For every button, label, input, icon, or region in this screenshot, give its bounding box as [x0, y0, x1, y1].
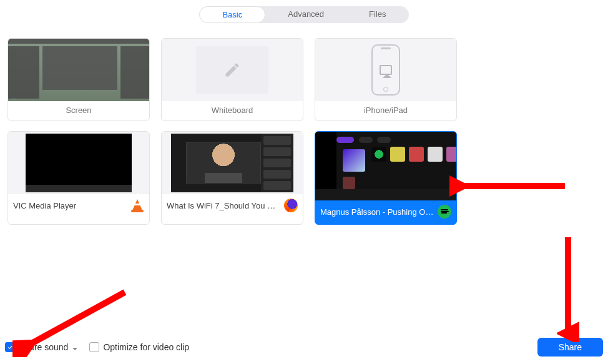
- tile-whiteboard-thumb: [162, 39, 303, 101]
- tab-group: Basic Advanced Files: [199, 6, 408, 23]
- share-sound-label: Share sound: [19, 342, 68, 352]
- check-icon: [7, 344, 14, 351]
- tile-screen[interactable]: Screen: [7, 38, 150, 121]
- tile-iphone-ipad[interactable]: iPhone/iPad: [315, 38, 457, 121]
- tile-iphone-thumb: [315, 39, 456, 101]
- optimize-video-checkbox[interactable]: [89, 342, 99, 352]
- annotation-arrow-down: [557, 236, 579, 342]
- tile-firefox[interactable]: What Is WiFi 7_Should You Care? ...: [161, 131, 303, 225]
- spotify-icon: [438, 205, 451, 219]
- pencil-icon: [223, 61, 241, 79]
- tile-spotify-label: Magnus Pålsson - Pushing Onwa...: [320, 207, 434, 217]
- iphone-icon: [371, 44, 400, 96]
- share-button[interactable]: Share: [537, 338, 603, 357]
- tile-firefox-thumb: [162, 132, 303, 194]
- chevron-down-icon[interactable]: [72, 344, 78, 350]
- tile-iphone-label: iPhone/iPad: [320, 106, 451, 115]
- tile-screen-label: Screen: [13, 106, 144, 115]
- tab-basic[interactable]: Basic: [199, 6, 265, 23]
- share-source-grid: Screen Whiteboard iPhone/iPad: [0, 23, 608, 225]
- bottom-bar: Share sound Optimize for video clip Shar…: [0, 332, 608, 364]
- tile-spotify-thumb: [315, 132, 456, 200]
- tile-whiteboard-label: Whiteboard: [167, 106, 298, 115]
- share-tabs: Basic Advanced Files: [0, 0, 608, 23]
- tile-vlc-label: VIC Media Player: [13, 201, 127, 210]
- tile-vlc[interactable]: VIC Media Player: [7, 131, 150, 225]
- firefox-icon: [284, 199, 298, 212]
- share-sound-checkbox[interactable]: [5, 342, 15, 352]
- tab-files[interactable]: Files: [346, 6, 408, 23]
- optimize-video-option[interactable]: Optimize for video clip: [89, 342, 189, 352]
- vlc-icon: [130, 199, 144, 212]
- tab-advanced[interactable]: Advanced: [265, 6, 346, 23]
- tile-vlc-thumb: [8, 132, 149, 194]
- airplay-icon: [380, 65, 392, 75]
- tile-spotify[interactable]: Magnus Pålsson - Pushing Onwa...: [315, 131, 457, 225]
- tile-whiteboard[interactable]: Whiteboard: [161, 38, 303, 121]
- tile-screen-thumb: [8, 39, 149, 101]
- tile-firefox-label: What Is WiFi 7_Should You Care? ...: [167, 201, 280, 210]
- share-sound-option[interactable]: Share sound: [5, 342, 78, 352]
- optimize-video-label: Optimize for video clip: [103, 342, 189, 352]
